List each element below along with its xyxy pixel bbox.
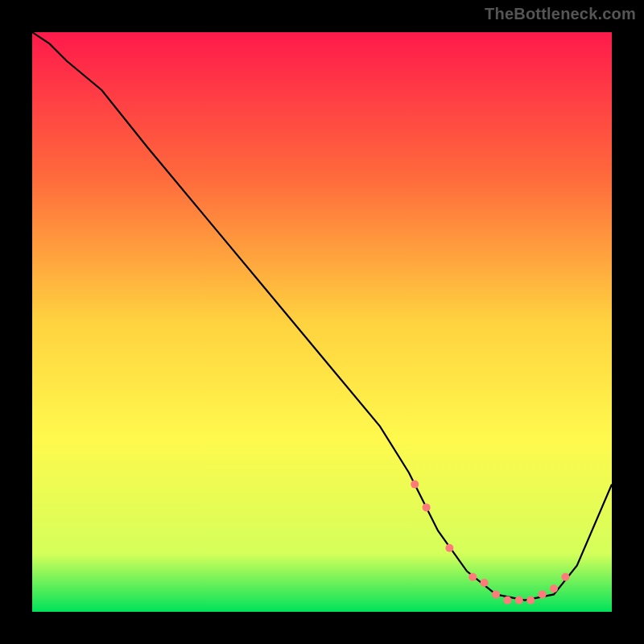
marker-point — [526, 597, 535, 605]
plot-area — [32, 32, 612, 612]
marker-point — [481, 579, 489, 587]
marker-point — [469, 573, 477, 581]
chart-container: TheBottleneck.com — [0, 0, 644, 644]
chart-svg — [32, 32, 612, 612]
marker-point — [492, 590, 500, 598]
gradient-background — [32, 32, 612, 612]
marker-point — [423, 503, 431, 511]
marker-point — [515, 597, 523, 605]
marker-point — [561, 573, 569, 581]
marker-point — [411, 481, 419, 489]
marker-point — [445, 544, 453, 552]
marker-point — [539, 590, 547, 598]
marker-point — [503, 597, 511, 605]
watermark-text: TheBottleneck.com — [485, 5, 636, 23]
marker-point — [550, 584, 558, 592]
